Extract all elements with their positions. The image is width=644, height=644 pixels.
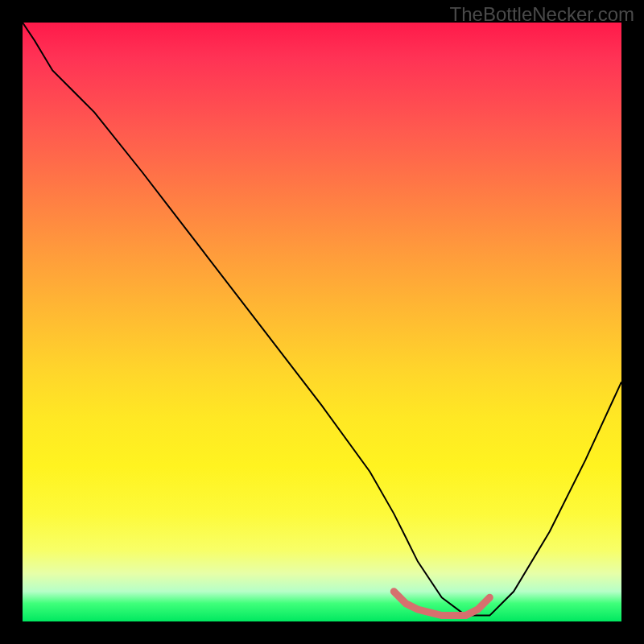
- chart-curve: [23, 23, 621, 616]
- chart-highlight: [394, 592, 489, 616]
- chart-plot-area: [23, 23, 621, 621]
- watermark-text: TheBottleNecker.com: [450, 3, 634, 26]
- chart-svg: [23, 23, 621, 621]
